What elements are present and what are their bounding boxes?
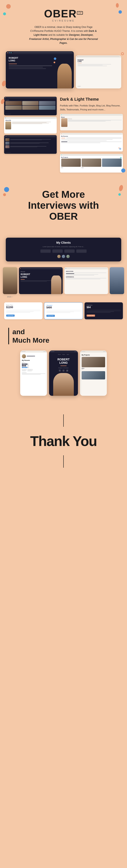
skills-rows <box>22 364 45 368</box>
pc1-price: $1200 <box>6 306 40 309</box>
pc1-plan: Basic Plan <box>6 304 40 306</box>
light-nav <box>76 55 121 58</box>
edu-nav <box>64 267 108 270</box>
b-line-6 <box>10 147 37 147</box>
dark-nav <box>6 51 74 54</box>
exp-label-m: EXPERIENCE <box>28 369 33 370</box>
light-nav-bar <box>79 56 120 57</box>
m-nav-1: Home <box>58 354 60 355</box>
proj-img-3 <box>39 101 55 105</box>
edu-year <box>66 273 74 274</box>
mc-line-1 <box>20 280 53 281</box>
sd-7 <box>23 365 25 366</box>
pc1-l2 <box>6 311 34 312</box>
about-line-4 <box>12 124 42 124</box>
r-line-4 <box>61 141 107 141</box>
rl-label-dark: robertlong.com <box>5 114 11 115</box>
theme-deco-circle <box>121 168 125 173</box>
theme-title: Dark & Light Theme <box>60 97 123 102</box>
mock-line-2 <box>9 67 43 68</box>
pc3-l1 <box>87 311 121 311</box>
mozar-bar <box>62 115 122 115</box>
proj-meta-1: Zorro 2021 <box>82 367 105 370</box>
myp-nav <box>60 154 123 156</box>
avatar-2 <box>62 255 65 258</box>
proj-item-m-1: Zorro 2021 <box>82 357 105 370</box>
about-text <box>12 122 55 129</box>
skill-row-1 <box>22 364 45 365</box>
nav-dot-teal <box>11 52 11 53</box>
logo-subtitle: CV/RESUME <box>4 20 123 22</box>
edu-dot <box>66 268 66 269</box>
proj-img-m-2 <box>82 371 105 379</box>
sd-13 <box>25 367 26 368</box>
proj-grid <box>5 101 55 110</box>
mozar-text-area: Products <box>68 118 122 127</box>
cta-section: Get More Interviews with OBER <box>0 177 127 234</box>
light-preview-card: ROBERTLONG ROBERT <box>76 55 121 89</box>
b-line-1 <box>10 139 51 140</box>
cta-deco-oval <box>118 185 124 192</box>
pc2-btn[interactable]: Choose Plan <box>46 315 55 317</box>
pc2-divider <box>46 310 81 310</box>
nav-dot-blue <box>9 52 10 53</box>
pricing-card-1: Basic Plan $1200 Choose Plan <box>4 302 42 319</box>
mobile-projects: My Projects Zorro 2021 <box>80 350 107 396</box>
top-line <box>63 414 64 427</box>
blog-content <box>4 137 57 149</box>
social-gh-icon: gh <box>67 370 68 371</box>
skill-row-3 <box>22 367 45 368</box>
mobile-name-underline <box>60 366 67 366</box>
mc-underline <box>20 279 25 280</box>
mc-nav <box>19 267 63 270</box>
skill-row-2 <box>22 365 45 366</box>
proj-battery <box>103 351 105 352</box>
mobile-name-big: ROBERTLONG <box>57 358 70 364</box>
blog-img-3 <box>5 145 9 148</box>
mozar-layout: Products <box>61 118 122 127</box>
proj-img-1 <box>5 101 22 105</box>
edu-ml1 <box>22 370 27 371</box>
date-label: 2016— <box>7 296 124 298</box>
light-line-3 <box>78 66 107 66</box>
myp-content: My Projects Zorro Kana <box>60 156 123 169</box>
mobile-nav-dots: Home About Work <box>58 352 69 356</box>
edu-card-light: EDUCATION EXPERIENCE <box>64 267 108 294</box>
r-line-3 <box>61 139 113 140</box>
r-line-2 <box>66 138 122 139</box>
person-last: LONG <box>9 59 15 62</box>
mozar-sub: Products <box>68 118 122 120</box>
resume-mockup-light: My Resume <box>60 133 123 152</box>
myp-name-2: Kana <box>82 167 101 168</box>
proj-img-2 <box>22 101 39 105</box>
sd-6 <box>22 365 23 366</box>
about-title: About Me <box>5 120 55 121</box>
header-section: OBERCV CV/RESUME OBER is a minimal, clea… <box>0 0 127 49</box>
mobile-title-line <box>27 357 33 357</box>
clients-avatars <box>9 255 118 258</box>
deco-circle-2 <box>3 12 6 15</box>
sd-2 <box>23 364 25 365</box>
mobile-statusbar-resume <box>20 350 47 352</box>
light-content: ROBERTLONG <box>76 58 121 68</box>
theme-text-block: Dark & Light Theme Portfolio with Filter… <box>60 97 123 112</box>
light-nav-dot <box>78 56 78 57</box>
pc1-btn[interactable]: Choose Plan <box>6 314 15 317</box>
pc3-btn[interactable]: Choose Plan <box>87 314 95 317</box>
theme-content: Projects robertlong.com <box>4 97 123 173</box>
exp-ml1 <box>28 370 33 371</box>
edu-l2 <box>66 274 98 275</box>
blog-posts <box>5 138 55 148</box>
mozar-mockup: Mozar Products <box>60 114 123 130</box>
mozar-l3 <box>68 121 105 122</box>
edu-block: EDUCATION <box>22 369 27 371</box>
nav-dot-orange <box>7 52 8 53</box>
myp-dot <box>61 155 62 155</box>
edu-label-m: EDUCATION <box>22 369 27 370</box>
photo-1-img <box>3 267 17 294</box>
cta-text: Get More Interviews with OBER <box>8 189 119 222</box>
desc-part2: and its suitable for <box>48 33 68 36</box>
theme-section: Projects robertlong.com <box>0 93 127 177</box>
pc2-l2 <box>46 312 74 312</box>
sd-14 <box>26 367 28 368</box>
